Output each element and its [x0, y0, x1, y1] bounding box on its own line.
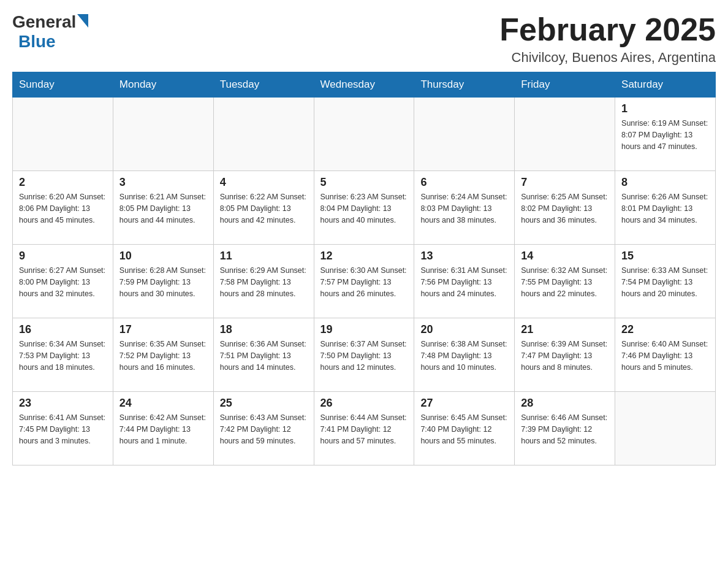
calendar-day-cell: 6Sunrise: 6:24 AM Sunset: 8:03 PM Daylig… [414, 171, 515, 245]
day-info: Sunrise: 6:22 AM Sunset: 8:05 PM Dayligh… [220, 191, 308, 226]
day-number: 17 [119, 323, 207, 336]
day-number: 6 [420, 176, 508, 189]
calendar-day-cell: 7Sunrise: 6:25 AM Sunset: 8:02 PM Daylig… [515, 171, 615, 245]
calendar-day-cell [113, 98, 213, 171]
calendar-day-cell: 2Sunrise: 6:20 AM Sunset: 8:06 PM Daylig… [13, 171, 113, 245]
day-number: 13 [420, 250, 508, 262]
day-number: 2 [19, 176, 107, 189]
calendar-day-cell: 5Sunrise: 6:23 AM Sunset: 8:04 PM Daylig… [314, 171, 414, 245]
day-info: Sunrise: 6:31 AM Sunset: 7:56 PM Dayligh… [420, 265, 508, 299]
month-title: February 2025 [499, 12, 716, 47]
day-number: 19 [320, 323, 408, 336]
calendar-day-cell [314, 98, 414, 171]
calendar-week-row: 23Sunrise: 6:41 AM Sunset: 7:45 PM Dayli… [13, 392, 716, 465]
day-info: Sunrise: 6:37 AM Sunset: 7:50 PM Dayligh… [320, 339, 408, 373]
location-title: Chivilcoy, Buenos Aires, Argentina [499, 50, 716, 66]
day-number: 27 [420, 397, 508, 410]
logo-triangle-icon [77, 14, 88, 28]
day-number: 20 [420, 323, 508, 336]
calendar-day-cell: 15Sunrise: 6:33 AM Sunset: 7:54 PM Dayli… [615, 245, 716, 318]
logo-general: General [12, 12, 76, 32]
calendar-day-cell: 13Sunrise: 6:31 AM Sunset: 7:56 PM Dayli… [414, 245, 515, 318]
calendar-day-cell: 8Sunrise: 6:26 AM Sunset: 8:01 PM Daylig… [615, 171, 716, 245]
day-number: 9 [19, 250, 107, 262]
calendar-day-cell: 26Sunrise: 6:44 AM Sunset: 7:41 PM Dayli… [314, 392, 414, 465]
title-block: February 2025 Chivilcoy, Buenos Aires, A… [499, 12, 716, 66]
day-info: Sunrise: 6:29 AM Sunset: 7:58 PM Dayligh… [220, 265, 308, 299]
weekday-header-monday: Monday [113, 72, 213, 98]
weekday-header-thursday: Thursday [414, 72, 515, 98]
day-info: Sunrise: 6:36 AM Sunset: 7:51 PM Dayligh… [220, 339, 308, 373]
weekday-header-tuesday: Tuesday [213, 72, 314, 98]
day-number: 25 [220, 397, 308, 410]
day-number: 3 [119, 176, 207, 189]
day-info: Sunrise: 6:19 AM Sunset: 8:07 PM Dayligh… [621, 118, 709, 152]
weekday-header-saturday: Saturday [615, 72, 716, 98]
day-info: Sunrise: 6:41 AM Sunset: 7:45 PM Dayligh… [19, 412, 107, 446]
calendar-day-cell: 27Sunrise: 6:45 AM Sunset: 7:40 PM Dayli… [414, 392, 515, 465]
day-number: 12 [320, 250, 408, 262]
day-number: 22 [621, 323, 709, 336]
calendar-day-cell: 11Sunrise: 6:29 AM Sunset: 7:58 PM Dayli… [213, 245, 314, 318]
calendar-week-row: 16Sunrise: 6:34 AM Sunset: 7:53 PM Dayli… [13, 318, 716, 392]
calendar-day-cell: 4Sunrise: 6:22 AM Sunset: 8:05 PM Daylig… [213, 171, 314, 245]
day-info: Sunrise: 6:33 AM Sunset: 7:54 PM Dayligh… [621, 265, 709, 299]
day-number: 16 [19, 323, 107, 336]
calendar-day-cell: 17Sunrise: 6:35 AM Sunset: 7:52 PM Dayli… [113, 318, 213, 392]
calendar-week-row: 1Sunrise: 6:19 AM Sunset: 8:07 PM Daylig… [13, 98, 716, 171]
calendar-day-cell: 12Sunrise: 6:30 AM Sunset: 7:57 PM Dayli… [314, 245, 414, 318]
weekday-header-sunday: Sunday [13, 72, 113, 98]
calendar-week-row: 2Sunrise: 6:20 AM Sunset: 8:06 PM Daylig… [13, 171, 716, 245]
calendar-day-cell [515, 98, 615, 171]
calendar-day-cell: 28Sunrise: 6:46 AM Sunset: 7:39 PM Dayli… [515, 392, 615, 465]
day-number: 8 [621, 176, 709, 189]
day-info: Sunrise: 6:43 AM Sunset: 7:42 PM Dayligh… [220, 412, 308, 446]
calendar-day-cell: 3Sunrise: 6:21 AM Sunset: 8:05 PM Daylig… [113, 171, 213, 245]
logo-blue: Blue [18, 32, 56, 51]
day-info: Sunrise: 6:42 AM Sunset: 7:44 PM Dayligh… [119, 412, 207, 446]
calendar-day-cell [13, 98, 113, 171]
day-number: 18 [220, 323, 308, 336]
day-number: 21 [521, 323, 609, 336]
day-info: Sunrise: 6:40 AM Sunset: 7:46 PM Dayligh… [621, 339, 709, 373]
calendar-day-cell: 21Sunrise: 6:39 AM Sunset: 7:47 PM Dayli… [515, 318, 615, 392]
day-number: 14 [521, 250, 609, 262]
day-number: 1 [621, 102, 709, 115]
day-number: 23 [19, 397, 107, 410]
logo: General Blue [12, 12, 88, 52]
day-number: 5 [320, 176, 408, 189]
page-header: General Blue February 2025 Chivilcoy, Bu… [12, 12, 716, 66]
calendar-day-cell: 18Sunrise: 6:36 AM Sunset: 7:51 PM Dayli… [213, 318, 314, 392]
day-info: Sunrise: 6:27 AM Sunset: 8:00 PM Dayligh… [19, 265, 107, 299]
day-number: 15 [621, 250, 709, 262]
day-info: Sunrise: 6:38 AM Sunset: 7:48 PM Dayligh… [420, 339, 508, 373]
day-info: Sunrise: 6:44 AM Sunset: 7:41 PM Dayligh… [320, 412, 408, 446]
day-number: 10 [119, 250, 207, 262]
calendar-table: SundayMondayTuesdayWednesdayThursdayFrid… [12, 72, 716, 465]
day-info: Sunrise: 6:23 AM Sunset: 8:04 PM Dayligh… [320, 191, 408, 226]
calendar-day-cell: 22Sunrise: 6:40 AM Sunset: 7:46 PM Dayli… [615, 318, 716, 392]
weekday-header-wednesday: Wednesday [314, 72, 414, 98]
day-info: Sunrise: 6:24 AM Sunset: 8:03 PM Dayligh… [420, 191, 508, 226]
day-number: 4 [220, 176, 308, 189]
day-info: Sunrise: 6:26 AM Sunset: 8:01 PM Dayligh… [621, 191, 709, 226]
day-number: 26 [320, 397, 408, 410]
day-info: Sunrise: 6:39 AM Sunset: 7:47 PM Dayligh… [521, 339, 609, 373]
calendar-day-cell: 20Sunrise: 6:38 AM Sunset: 7:48 PM Dayli… [414, 318, 515, 392]
weekday-header-friday: Friday [515, 72, 615, 98]
day-info: Sunrise: 6:46 AM Sunset: 7:39 PM Dayligh… [521, 412, 609, 446]
weekday-header-row: SundayMondayTuesdayWednesdayThursdayFrid… [13, 72, 716, 98]
calendar-day-cell: 23Sunrise: 6:41 AM Sunset: 7:45 PM Dayli… [13, 392, 113, 465]
calendar-day-cell: 9Sunrise: 6:27 AM Sunset: 8:00 PM Daylig… [13, 245, 113, 318]
calendar-day-cell [414, 98, 515, 171]
calendar-day-cell: 1Sunrise: 6:19 AM Sunset: 8:07 PM Daylig… [615, 98, 716, 171]
day-info: Sunrise: 6:28 AM Sunset: 7:59 PM Dayligh… [119, 265, 207, 299]
calendar-day-cell: 19Sunrise: 6:37 AM Sunset: 7:50 PM Dayli… [314, 318, 414, 392]
calendar-week-row: 9Sunrise: 6:27 AM Sunset: 8:00 PM Daylig… [13, 245, 716, 318]
day-number: 24 [119, 397, 207, 410]
day-info: Sunrise: 6:25 AM Sunset: 8:02 PM Dayligh… [521, 191, 609, 226]
day-number: 7 [521, 176, 609, 189]
calendar-day-cell: 14Sunrise: 6:32 AM Sunset: 7:55 PM Dayli… [515, 245, 615, 318]
calendar-day-cell: 24Sunrise: 6:42 AM Sunset: 7:44 PM Dayli… [113, 392, 213, 465]
day-info: Sunrise: 6:34 AM Sunset: 7:53 PM Dayligh… [19, 339, 107, 373]
